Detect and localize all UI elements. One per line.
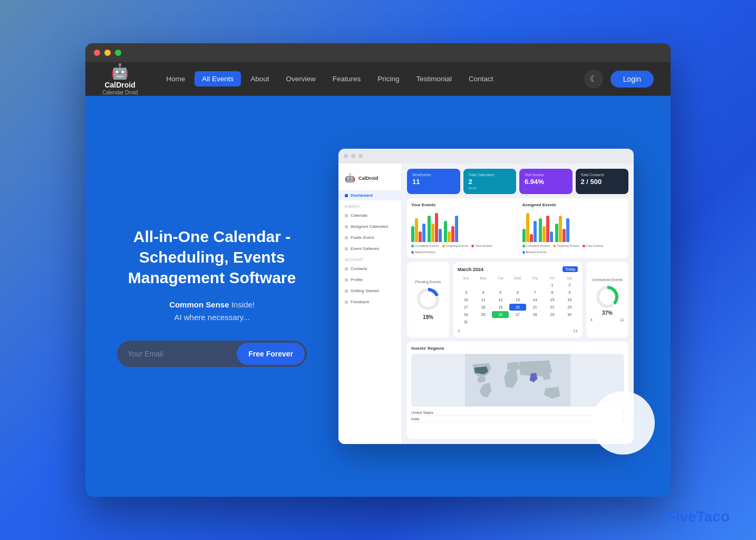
email-form: Free Forever [117,341,307,367]
logo-robot-icon: 🤖 [111,64,129,79]
nav-testimonial[interactable]: Testimonial [409,71,459,86]
donut-pending-title: Pending Events [415,280,441,284]
legend-a-free: Free Events [583,244,603,247]
donut-pending: Pending Events 19% [407,262,449,338]
legend-complete: Complete Events [411,244,439,247]
sidebar-item-contacts[interactable]: Contacts [338,264,401,274]
nav-overview[interactable]: Overview [279,71,323,86]
donut-unresolved-title: Unresolved Events [592,278,623,282]
nav-contact[interactable]: Contact [461,71,501,86]
chart-your-events: Your Events [411,202,513,254]
expand-dot[interactable] [115,50,121,56]
chart-assigned-events-title: Assigned Events [522,202,625,207]
donut-unresolved-svg [594,284,621,310]
cal-prev-count: 2 [458,329,460,333]
dash-body: 🤖 CalDroid Dashboard Events Calendar [338,163,634,444]
hero-subtitle-strong: Common Sense [169,300,229,309]
nav-links: Home All Events About Overview Features … [159,71,584,86]
sidebar-item-dashboard[interactable]: Dashboard [338,190,401,200]
bar-red-2 [435,213,438,242]
fivetaco-text: FiveTaco [667,508,730,525]
sidebar-item-public[interactable]: Public Event [338,233,401,243]
white-blob-decoration [592,391,655,455]
donut-stat-right: 11 [620,318,624,322]
chart-assigned-bars [522,210,625,242]
bar-a-yellow-1 [526,213,529,242]
bar-a-blue-1 [534,221,537,242]
stat-visit-scores: Visit Scores 6.94% ... [519,169,573,194]
chart-assigned-events: Assigned Events [522,202,625,254]
logo[interactable]: 🤖 CalDroid Calendar Droid [102,62,138,95]
dash-topbar [338,149,634,163]
sidebar-item-getting-started[interactable]: Getting Started [338,286,401,296]
bar-red-3 [451,226,454,242]
hero-subtitle: Common Sense Inside!AI where necessary..… [117,298,307,324]
stat-value-3: 2 / 500 [581,178,624,186]
dash-sidebar: 🤖 CalDroid Dashboard Events Calendar [338,163,402,444]
stat-total-calendars: Total Calendars 2 56.6K [463,169,517,194]
browser-topbar [85,43,671,62]
map-title: Guests' Regions [411,346,624,351]
legend-ongoing: Ongoing Events [442,244,469,247]
chart-your-events-bars [411,210,513,242]
map-label-india: India [411,417,419,421]
dash-logo: 🤖 CalDroid [338,170,401,189]
bar-green-1 [411,226,414,242]
sidebar-item-assigned[interactable]: Assigned Calendars [338,221,401,232]
sidebar-item-galleries[interactable]: Event Galleries [338,244,401,254]
stat-sub-2: ... [525,187,567,190]
nav-pricing[interactable]: Pricing [370,71,406,86]
stats-row: NewEvents 11 ... Total Calendars 2 56.6K… [407,169,628,194]
bar-group-3 [444,216,458,242]
stat-sub-0: ... [412,187,455,190]
bar-a-blue-2 [550,232,553,242]
stat-label-1: Total Calendars [469,173,511,177]
stat-label-0: NewEvents [412,173,455,177]
bar-a-red-2 [546,216,549,242]
email-input[interactable] [117,341,235,367]
legend-free: Free Events [471,244,492,247]
bar-a-red-1 [530,234,533,242]
nav-home[interactable]: Home [159,71,192,86]
cal-next-count: 11 [573,329,578,333]
fivetaco-five: Five [667,508,696,525]
bar-green-2 [428,216,431,242]
bar-a-red-3 [563,229,566,242]
sidebar-item-calendar[interactable]: Calendar [338,210,401,220]
bar-a-yellow-3 [559,216,562,242]
stat-value-2: 6.94% [525,178,567,186]
close-dot[interactable] [94,50,100,56]
free-forever-button[interactable]: Free Forever [237,343,305,365]
bar-yellow-3 [448,232,451,242]
nav-about[interactable]: About [243,71,276,86]
hero-section: All-in-One Calendar - Scheduling, Events… [85,96,671,497]
browser-window: 🤖 CalDroid Calendar Droid Home All Event… [85,43,671,497]
bar-group-1 [411,218,425,242]
legend-missed: Missed Events [411,250,435,254]
hero-title: All-in-One Calendar - Scheduling, Events… [117,226,307,288]
bar-group-a2 [539,216,553,242]
nav-features[interactable]: Features [325,71,368,86]
logo-subtitle: Calendar Droid [102,90,138,95]
donut-unresolved: Unresolved Events 37% 4 11 [586,262,628,338]
logo-title: CalDroid [104,81,135,89]
cal-header: March 2024 Today [458,266,578,272]
moon-icon: ☾ [590,74,597,84]
login-button[interactable]: Login [610,71,654,88]
dash-dot-2 [351,154,355,158]
cal-today-btn[interactable]: Today [563,266,578,272]
dash-logo-icon: 🤖 [345,173,355,183]
sidebar-item-profile[interactable]: Profile [338,275,401,285]
minimize-dot[interactable] [104,50,111,56]
donut-stat-left: 4 [590,318,593,322]
legend-a-complete: Complete Events [522,244,550,247]
sidebar-section-account: Account [338,255,401,263]
dashboard-card: 🤖 CalDroid Dashboard Events Calendar [338,149,634,444]
sidebar-item-feedback[interactable]: Feedback [338,297,401,307]
bar-blue-3 [455,216,458,242]
stat-new-events: NewEvents 11 ... [407,169,460,194]
dark-mode-button[interactable]: ☾ [584,70,603,89]
nav-all-events[interactable]: All Events [195,71,241,86]
stat-total-contacts: Total Contacts 2 / 500 [576,169,629,194]
dash-dot-1 [344,154,348,158]
